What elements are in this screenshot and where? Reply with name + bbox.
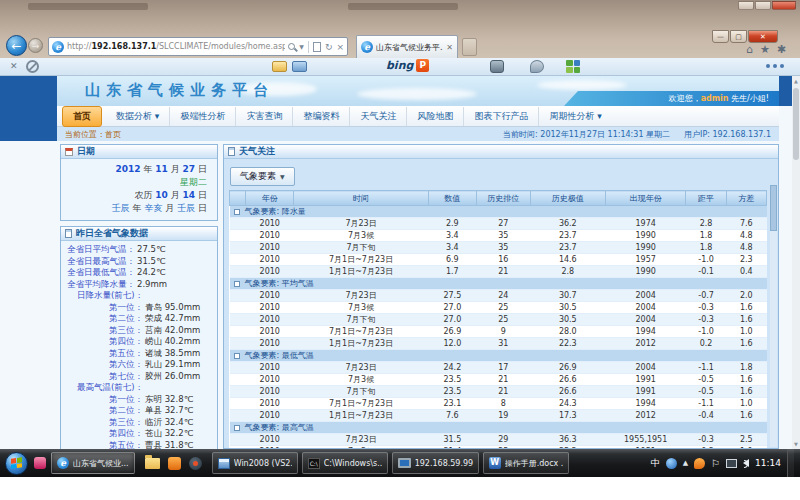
expand-checkbox[interactable] (234, 209, 240, 215)
favorites-star-icon[interactable]: ★ (760, 43, 770, 56)
col-header: 年份 (246, 191, 294, 206)
stat-row: 全省平均降水量：2.9mm (67, 279, 215, 291)
table-group-row[interactable]: 气象要素: 平均气温 (230, 278, 767, 290)
compatibility-view-icon[interactable] (313, 42, 321, 52)
addons-icon[interactable] (566, 60, 580, 73)
close-icon[interactable] (772, 1, 796, 10)
start-button[interactable] (5, 452, 28, 475)
scrollbar-thumb[interactable] (793, 88, 799, 160)
payment-card-icon[interactable] (272, 61, 287, 72)
mail-icon[interactable] (292, 61, 307, 72)
chevron-down-icon[interactable]: ▼ (299, 43, 304, 50)
maximize-icon[interactable]: ▢ (730, 30, 747, 43)
stop-icon[interactable]: × (336, 42, 344, 52)
minimize-icon[interactable] (738, 1, 754, 10)
table-group-row[interactable]: 气象要素: 降水量 (230, 206, 767, 218)
table-cell: 2010 (246, 302, 294, 314)
expand-checkbox[interactable] (234, 353, 240, 359)
table-cell: 2010 (246, 242, 294, 254)
settings-gear-icon[interactable]: ✱ (777, 43, 786, 56)
taskbar-task-button[interactable]: Win2008 (VS2... (212, 452, 298, 474)
group-label: 气象要素: 平均气温 (245, 279, 314, 288)
volume-icon[interactable] (743, 459, 749, 467)
pinned-app-icon[interactable] (168, 457, 181, 470)
table-group-row[interactable]: 气象要素: 最高气温 (230, 422, 767, 434)
tray-app-icon[interactable] (694, 458, 705, 469)
col-header: 方差 (726, 191, 766, 206)
browser-forward-button[interactable]: → (28, 38, 43, 53)
nav-item-risk-map[interactable]: 风险地图 (407, 107, 464, 126)
more-actions-icon[interactable] (766, 64, 770, 68)
scroll-down-icon[interactable]: ▼ (792, 439, 800, 449)
media-player-icon[interactable] (189, 457, 202, 470)
table-row: 20107月下旬27.02530.52004-0.31.6 (230, 314, 767, 326)
taskbar-task-button[interactable]: W操作手册.docx ... (483, 452, 569, 474)
tab-title: 山东省气候业务平... (376, 42, 443, 53)
network-icon[interactable] (726, 459, 737, 468)
search-icon[interactable] (288, 43, 295, 50)
scrollbar-thumb[interactable] (770, 185, 777, 231)
home-icon[interactable]: ⌂ (746, 43, 753, 56)
blocked-content-icon[interactable] (26, 60, 39, 73)
refresh-icon[interactable]: ↻ (325, 42, 333, 52)
nav-item-periodic-analysis[interactable]: 周期性分析 ▾ (539, 107, 611, 126)
table-cell: 2012 (605, 410, 686, 422)
rank-section-title: 日降水量(前七)： (67, 290, 215, 302)
browser-window-controls[interactable]: — ▢ ✕ (712, 30, 778, 43)
nav-item-disaster-query[interactable]: 灾害查询 (236, 107, 293, 126)
task-label: C:\Windows\s... (324, 459, 382, 468)
rank-row: 第三位：临沂 32.4℃ (67, 417, 215, 429)
expand-checkbox[interactable] (234, 281, 240, 287)
element-dropdown-button[interactable]: 气象要素▼ (230, 167, 295, 186)
url-text[interactable]: http://192.168.137.1/SLCCLIMATE/modules/… (67, 42, 285, 51)
new-tab-button[interactable] (462, 38, 477, 56)
table-cell: -0.5 (686, 386, 726, 398)
table-cell: 1990 (605, 230, 686, 242)
scroll-up-icon[interactable]: ▲ (792, 76, 800, 86)
table-group-row[interactable]: 气象要素: 最低气温 (230, 350, 767, 362)
browser-back-button[interactable]: ← (6, 35, 27, 56)
nav-item-weather-watch[interactable]: 天气关注 (350, 107, 407, 126)
taskbar-task-button[interactable]: 192.168.59.99... (392, 452, 479, 474)
weather-watch-header: 天气关注 (224, 145, 778, 159)
pinned-app-icon[interactable] (34, 457, 46, 469)
nav-item-chart-products[interactable]: 图表下行产品 (464, 107, 539, 126)
browser-tab[interactable]: e 山东省气候业务平... ✕ (356, 35, 458, 58)
table-cell: -0.1 (686, 266, 726, 278)
hidden-icons-chevron[interactable]: ▲ (683, 459, 688, 467)
nav-item-extreme-analysis[interactable]: 极端性分析 (170, 107, 236, 126)
assistant-icon[interactable] (530, 60, 544, 73)
bing-search-widget[interactable]: bing P (386, 59, 429, 72)
expand-checkbox[interactable] (234, 425, 240, 431)
tray-app-icon[interactable] (666, 458, 677, 469)
taskbar-ie-button[interactable]: e 山东省气候业... (51, 452, 135, 474)
background-window-controls[interactable] (738, 1, 796, 10)
table-cell: 3.4 (428, 230, 476, 242)
table-cell: 24.2 (428, 362, 476, 374)
table-cell: 7月23日 (294, 290, 428, 302)
address-bar[interactable]: e http://192.168.137.1/SLCCLIMATE/module… (48, 37, 348, 56)
taskbar-clock[interactable]: 11:14 (755, 458, 781, 468)
stat-label: 全省平均降水量： (67, 279, 135, 291)
rank-row: 第二位：单县 32.7℃ (67, 405, 215, 417)
close-icon[interactable]: ✕ (748, 30, 778, 43)
ime-indicator[interactable]: 中 (651, 457, 660, 470)
table-row: 20107月1日~7月23日6.91614.61957-1.02.3 (230, 254, 767, 266)
nav-item-compiled-data[interactable]: 整编资料 (293, 107, 350, 126)
table-scrollbar[interactable] (770, 185, 777, 447)
tab-close-icon[interactable]: ✕ (446, 43, 453, 52)
show-desktop-button[interactable] (787, 449, 794, 477)
action-center-flag-icon[interactable]: ⚐ (711, 458, 720, 469)
rank-row: 第五位：曹县 31.8℃ (67, 440, 215, 450)
nav-item-data-analysis[interactable]: 数据分析 ▾ (106, 107, 170, 126)
camera-icon[interactable] (490, 60, 504, 73)
table-cell: 1991 (605, 374, 686, 386)
maximize-icon[interactable] (755, 1, 771, 10)
minimize-icon[interactable]: — (712, 30, 729, 43)
browser-scrollbar[interactable]: ▲ ▼ (792, 76, 800, 449)
table-cell: 7月3候 (294, 374, 428, 386)
toolbar-close-icon[interactable]: ✕ (10, 61, 18, 71)
nav-item-home[interactable]: 首页 (62, 106, 102, 127)
explorer-folder-icon[interactable] (145, 458, 160, 469)
taskbar-task-button[interactable]: C:\C:\Windows\s... (302, 452, 388, 474)
